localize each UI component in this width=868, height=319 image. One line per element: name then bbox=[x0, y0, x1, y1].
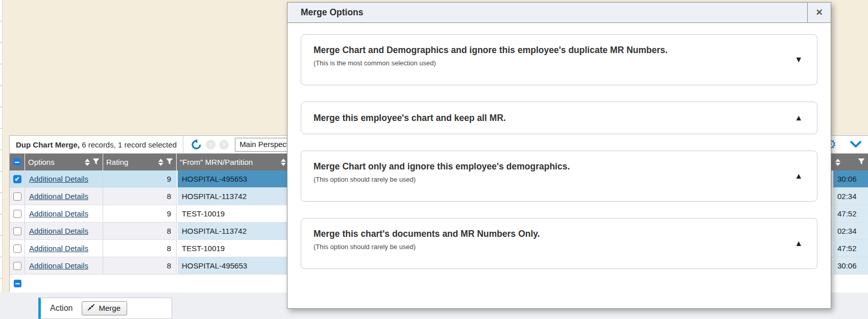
select-all-checkbox[interactable] bbox=[10, 154, 25, 170]
time-cell: 02:34 bbox=[832, 223, 868, 240]
expand-triangle-icon[interactable]: ▲ bbox=[794, 239, 803, 248]
rating-cell: 8 bbox=[103, 188, 177, 205]
merge-arrows-icon bbox=[87, 304, 95, 312]
checkbox-unchecked-icon[interactable] bbox=[13, 227, 21, 235]
options-cell: Additional Details bbox=[25, 257, 103, 275]
column-header-time[interactable] bbox=[832, 154, 868, 170]
merge-option-card[interactable]: Merge this chart's documents and MR Numb… bbox=[301, 218, 817, 269]
additional-details-link[interactable]: Additional Details bbox=[29, 227, 88, 235]
grid-title: Dup Chart Merge, 6 records, 1 record sel… bbox=[16, 140, 177, 149]
rating-cell: 8 bbox=[103, 240, 177, 257]
select-all-minus-icon[interactable] bbox=[14, 280, 21, 287]
merge-options-dialog: Merge Options ✕ Merge Chart and Demograp… bbox=[287, 2, 831, 309]
checkbox-checked-icon[interactable]: ✔ bbox=[13, 175, 21, 183]
row-checkbox-cell[interactable] bbox=[10, 188, 25, 205]
merge-option-subtitle: (This option should rarely be used) bbox=[314, 176, 781, 183]
time-cell: 02:34 bbox=[832, 188, 868, 205]
from-mrn-cell: HOSPITAL-495653 bbox=[177, 257, 299, 275]
grid-record-count: 6 records, 1 record selected bbox=[82, 140, 177, 149]
merge-option-title: Merge this chart's documents and MR Numb… bbox=[314, 229, 781, 239]
expand-triangle-icon[interactable]: ▲ bbox=[794, 113, 803, 122]
merge-button[interactable]: Merge bbox=[82, 301, 127, 315]
row-checkbox-cell[interactable] bbox=[10, 205, 25, 223]
from-mrn-cell: TEST-10019 bbox=[177, 240, 299, 257]
merge-option-card[interactable]: Merge Chart and Demographics and ignore … bbox=[301, 34, 817, 85]
app-background: Dup Chart Merge, 6 records, 1 record sel… bbox=[0, 0, 868, 319]
chevron-down-icon[interactable] bbox=[850, 140, 862, 149]
filter-funnel-icon[interactable] bbox=[858, 158, 865, 166]
options-cell: Additional Details bbox=[25, 205, 103, 223]
dialog-body: Merge Chart and Demographics and ignore … bbox=[287, 23, 831, 280]
merge-option-subtitle: (This is the most common selection used) bbox=[314, 59, 781, 67]
row-checkbox-cell[interactable] bbox=[10, 240, 25, 257]
column-header-rating[interactable]: Rating bbox=[103, 154, 177, 170]
action-label: Action bbox=[50, 304, 73, 313]
checkbox-unchecked-icon[interactable] bbox=[13, 210, 21, 218]
grid-title-text: Dup Chart Merge, bbox=[16, 140, 80, 149]
from-mrn-cell: HOSPITAL-113742 bbox=[177, 188, 299, 205]
merge-option-title: Merge Chart only and ignore this employe… bbox=[314, 161, 781, 172]
select-all-minus-icon bbox=[13, 158, 21, 166]
from-mrn-cell: HOSPITAL-113742 bbox=[177, 223, 299, 240]
filter-funnel-icon[interactable] bbox=[92, 158, 100, 166]
next-page-icon[interactable]: › bbox=[219, 140, 229, 150]
from-mrn-cell: HOSPITAL-495653 bbox=[177, 170, 299, 188]
time-cell: 47:52 bbox=[832, 240, 868, 257]
filter-funnel-icon[interactable] bbox=[166, 158, 173, 166]
prev-page-icon[interactable]: ‹ bbox=[206, 140, 215, 150]
column-header-from-mrn[interactable]: "From" MRN/Partition bbox=[177, 154, 299, 170]
dialog-titlebar: Merge Options ✕ bbox=[287, 3, 831, 23]
rating-cell: 9 bbox=[103, 170, 177, 188]
additional-details-link[interactable]: Additional Details bbox=[29, 192, 88, 201]
merge-option-subtitle: (This option should rarely be used) bbox=[314, 243, 781, 251]
checkbox-unchecked-icon[interactable] bbox=[13, 192, 21, 201]
expand-triangle-icon[interactable]: ▲ bbox=[794, 171, 803, 181]
checkbox-unchecked-icon[interactable] bbox=[13, 244, 21, 253]
refresh-icon[interactable] bbox=[190, 139, 202, 151]
additional-details-link[interactable]: Additional Details bbox=[29, 261, 88, 270]
from-mrn-cell: TEST-10019 bbox=[177, 205, 299, 223]
additional-details-link[interactable]: Additional Details bbox=[29, 244, 88, 253]
merge-option-card[interactable]: Merge Chart only and ignore this employe… bbox=[301, 151, 817, 202]
time-cell: 47:52 bbox=[832, 205, 868, 223]
rating-cell: 9 bbox=[103, 205, 177, 223]
toolbar-divider bbox=[183, 136, 183, 153]
additional-details-link[interactable]: Additional Details bbox=[29, 209, 88, 218]
sort-icon[interactable] bbox=[835, 159, 840, 166]
time-cell: 30:06 bbox=[832, 170, 868, 188]
merge-option-title: Merge Chart and Demographics and ignore … bbox=[314, 45, 781, 56]
row-checkbox-cell[interactable] bbox=[10, 223, 25, 240]
options-cell: Additional Details bbox=[25, 240, 103, 257]
options-cell: Additional Details bbox=[25, 170, 103, 188]
column-header-options[interactable]: Options bbox=[25, 154, 103, 170]
row-checkbox-cell[interactable] bbox=[10, 257, 25, 275]
additional-details-link[interactable]: Additional Details bbox=[29, 175, 88, 183]
options-cell: Additional Details bbox=[25, 188, 103, 205]
merge-option-card[interactable]: Merge this employee's chart and keep all… bbox=[301, 102, 817, 134]
sort-icon[interactable] bbox=[281, 159, 286, 166]
merge-option-title: Merge this employee's chart and keep all… bbox=[314, 113, 506, 124]
time-cell: 30:06 bbox=[832, 257, 868, 275]
merge-button-label: Merge bbox=[99, 304, 120, 312]
rating-cell: 8 bbox=[103, 257, 177, 275]
row-checkbox-cell[interactable]: ✔ bbox=[10, 170, 25, 188]
dialog-title: Merge Options bbox=[287, 3, 807, 22]
collapse-triangle-icon[interactable]: ▼ bbox=[794, 55, 803, 64]
rating-cell: 8 bbox=[103, 223, 177, 240]
options-cell: Additional Details bbox=[25, 223, 103, 240]
close-icon[interactable]: ✕ bbox=[807, 3, 831, 22]
checkbox-unchecked-icon[interactable] bbox=[13, 262, 21, 270]
sort-icon[interactable] bbox=[158, 159, 163, 166]
left-edge-ruler bbox=[0, 0, 3, 319]
action-panel: Action Merge bbox=[38, 298, 172, 319]
sort-icon[interactable] bbox=[85, 159, 90, 166]
